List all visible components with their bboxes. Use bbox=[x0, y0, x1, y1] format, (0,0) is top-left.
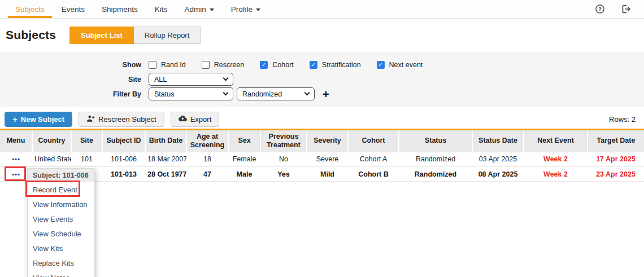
logout-icon[interactable] bbox=[621, 4, 632, 14]
caret-down-icon bbox=[256, 8, 260, 11]
filter-by-row: Filter By Status Randomized bbox=[0, 87, 644, 100]
menu-item-view-information[interactable]: View Information bbox=[28, 197, 94, 212]
nav-tab-profile[interactable]: Profile bbox=[223, 0, 269, 18]
cell-target-date: 23 Apr 2025 bbox=[588, 167, 644, 182]
col-header-sex: Sex bbox=[228, 130, 260, 152]
site-label: Site bbox=[0, 76, 141, 83]
col-header-site: Site bbox=[71, 130, 102, 152]
checkbox-cohort[interactable]: Cohort bbox=[260, 61, 294, 69]
checkbox-label: Cohort bbox=[272, 61, 294, 69]
cell-age: 47 bbox=[186, 167, 228, 182]
col-header-target-date: Target Date bbox=[588, 130, 644, 152]
subject-list-button[interactable]: Subject List bbox=[69, 27, 134, 44]
export-button[interactable]: Export bbox=[171, 112, 220, 127]
cell-next-event: Week 2 bbox=[524, 152, 588, 167]
show-filter-row: Show Rand Id Rescreen Cohort Stratificat… bbox=[0, 58, 644, 71]
col-header-severity: Severity bbox=[307, 130, 348, 152]
col-header-status: Status bbox=[399, 130, 472, 152]
checkbox-label: Rescreen bbox=[214, 61, 245, 69]
cell-status: Randomized bbox=[399, 167, 472, 182]
col-header-cohort: Cohort bbox=[348, 130, 399, 152]
nav-tab-shipments[interactable]: Shipments bbox=[93, 0, 146, 18]
top-nav: Subjects Events Shipments Kits Admin Pro… bbox=[0, 0, 644, 19]
menu-item-view-events[interactable]: View Events bbox=[28, 212, 94, 226]
new-subject-label: New Subject bbox=[21, 115, 64, 124]
nav-tab-label: Subjects bbox=[15, 5, 45, 14]
cell-subject-id: 101-006 bbox=[102, 152, 145, 167]
checkbox-stratification[interactable]: Stratification bbox=[310, 61, 361, 69]
row-menu-icon[interactable] bbox=[12, 171, 20, 178]
nav-tab-admin[interactable]: Admin bbox=[176, 0, 222, 18]
title-row: Subjects Subject List Rollup Report bbox=[6, 26, 644, 44]
cell-status-date: 08 Apr 2025 bbox=[472, 167, 524, 182]
col-header-menu: Menu bbox=[0, 130, 32, 152]
cloud-export-icon bbox=[179, 115, 187, 124]
nav-tab-label: Kits bbox=[155, 5, 168, 14]
page-title: Subjects bbox=[6, 28, 56, 42]
svg-text:?: ? bbox=[598, 6, 602, 12]
col-header-subject-id: Subject ID bbox=[102, 130, 145, 152]
cell-birth-date: 18 Mar 2007 bbox=[145, 152, 186, 167]
checkbox-checked-icon bbox=[260, 61, 268, 69]
menu-item-view-kits[interactable]: View Kits bbox=[28, 241, 94, 256]
help-icon[interactable]: ? bbox=[595, 4, 605, 14]
caret-down-icon bbox=[210, 8, 214, 11]
cell-country: United States bbox=[32, 152, 71, 167]
nav-tab-kits[interactable]: Kits bbox=[146, 0, 176, 18]
cell-subject-id: 101-013 bbox=[102, 167, 145, 182]
cell-status-date: 03 Apr 2025 bbox=[472, 152, 524, 167]
filter-field-value: Status bbox=[154, 90, 174, 98]
checkbox-label: Rand Id bbox=[161, 61, 186, 69]
cell-cohort: Cohort B bbox=[348, 167, 399, 182]
menu-item-record-event[interactable]: Record Event bbox=[28, 182, 94, 197]
col-header-age: Age at Screening bbox=[186, 130, 228, 152]
toolbar: New Subject Rescreen Subject Export Rows… bbox=[5, 111, 636, 127]
subjects-table-wrap: Menu Country Site Subject ID Birth Date … bbox=[0, 129, 644, 182]
cell-status: Randomized bbox=[399, 152, 472, 167]
site-select-value: ALL bbox=[154, 76, 167, 83]
filter-by-label: Filter By bbox=[0, 90, 141, 98]
add-filter-button[interactable] bbox=[323, 89, 329, 100]
cell-age: 18 bbox=[186, 152, 228, 167]
col-header-status-date: Status Date bbox=[472, 130, 524, 152]
nav-tabs: Subjects Events Shipments Kits Admin Pro… bbox=[7, 0, 269, 18]
menu-item-replace-kits[interactable]: Replace Kits bbox=[28, 256, 94, 270]
cell-sex: Male bbox=[228, 167, 260, 182]
checkbox-checked-icon bbox=[310, 61, 317, 69]
menu-item-view-notes[interactable]: View Notes bbox=[28, 270, 94, 277]
chevron-down-icon bbox=[223, 76, 229, 81]
table-row: 101-013 28 Oct 1977 47 Male Yes Mild Coh… bbox=[0, 167, 644, 182]
rows-count: Rows: 2 bbox=[609, 115, 636, 124]
nav-tab-label: Events bbox=[62, 5, 85, 14]
new-subject-button[interactable]: New Subject bbox=[5, 112, 72, 127]
col-header-country: Country bbox=[32, 130, 71, 152]
menu-item-view-schedule[interactable]: View Schedule bbox=[28, 226, 94, 241]
cell-site: 101 bbox=[71, 152, 102, 167]
checkbox-unchecked-icon bbox=[202, 61, 210, 69]
filter-field-select[interactable]: Status bbox=[149, 87, 233, 100]
col-header-prev-treatment: Previous Treatment bbox=[260, 130, 307, 152]
rescreen-subject-button[interactable]: Rescreen Subject bbox=[79, 112, 164, 127]
cell-prev-treatment: No bbox=[260, 152, 307, 167]
nav-tab-events[interactable]: Events bbox=[53, 0, 93, 18]
cell-severity: Severe bbox=[307, 152, 348, 167]
checkbox-label: Stratification bbox=[322, 61, 361, 69]
site-select[interactable]: ALL bbox=[149, 73, 233, 86]
cell-prev-treatment: Yes bbox=[260, 167, 307, 182]
nav-tab-label: Admin bbox=[184, 5, 206, 14]
chevron-down-icon bbox=[304, 90, 310, 96]
filter-value-select[interactable]: Randomized bbox=[237, 87, 315, 100]
nav-tab-label: Profile bbox=[231, 5, 253, 14]
checkbox-next-event[interactable]: Next event bbox=[377, 61, 423, 69]
cell-birth-date: 28 Oct 1977 bbox=[145, 167, 186, 182]
plus-icon bbox=[12, 115, 18, 124]
checkbox-rescreen[interactable]: Rescreen bbox=[202, 61, 245, 69]
export-label: Export bbox=[190, 115, 212, 124]
person-add-icon bbox=[86, 115, 95, 124]
rollup-report-button[interactable]: Rollup Report bbox=[134, 27, 201, 44]
cell-next-event: Week 2 bbox=[524, 167, 588, 182]
row-menu-icon[interactable] bbox=[12, 156, 20, 162]
nav-tab-subjects[interactable]: Subjects bbox=[7, 0, 53, 18]
checkbox-rand-id[interactable]: Rand Id bbox=[149, 61, 186, 69]
col-header-next-event: Next Event bbox=[524, 130, 588, 152]
